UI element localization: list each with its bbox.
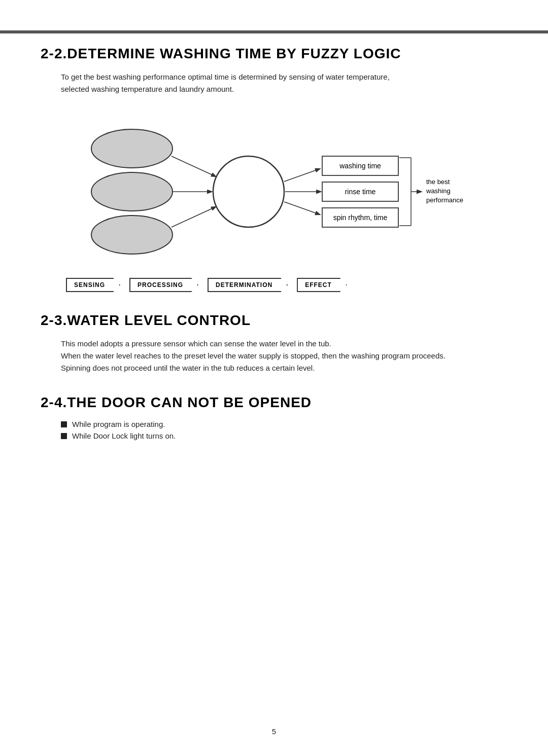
section-23-body: This model adopts a pressure sensor whic…: [61, 338, 507, 374]
section-23-line-1: This model adopts a pressure sensor whic…: [61, 338, 507, 350]
section-22-body: To get the best washing performance opti…: [61, 71, 507, 95]
best-washing-label2: washing: [426, 187, 451, 195]
arrow-top: [172, 156, 216, 176]
page-number: 5: [272, 727, 276, 736]
stage-processing: PROCESSING: [129, 278, 198, 292]
stage-determination: DETERMINATION: [208, 278, 288, 292]
arrow-out-top: [284, 169, 320, 182]
section-24-bullets: While program is operating. While Door L…: [41, 420, 507, 440]
bullet-text-2: While Door Lock light turns on.: [72, 431, 176, 440]
spin-time-label: spin rhythm, time: [333, 213, 388, 222]
rinse-time-label: rinse time: [345, 188, 376, 196]
bullet-square-1: [61, 421, 67, 427]
section-22-text: To get the best washing performance opti…: [61, 73, 390, 93]
washing-time-label: washing time: [339, 162, 381, 170]
bullet-item-1: While program is operating.: [61, 420, 507, 428]
arrow-bottom: [172, 207, 216, 227]
section-23-line-3: Spinning does not proceed until the wate…: [61, 362, 507, 374]
fuzzy-logic-diagram: washing time rinse time spin rhythm, tim…: [66, 111, 482, 273]
bullet-square-2: [61, 433, 67, 439]
arrow-out-bottom: [284, 202, 320, 214]
stages-row: SENSING PROCESSING DETERMINATION EFFECT: [66, 278, 482, 292]
processing-circle: [213, 156, 284, 227]
best-washing-label3: performance: [426, 196, 463, 204]
top-border: [0, 30, 548, 33]
stage-sensing: SENSING: [66, 278, 120, 292]
input-ellipse-bottom: [91, 215, 173, 254]
bullet-text-1: While program is operating.: [72, 420, 165, 428]
best-washing-label: the best: [426, 178, 450, 186]
section-23-title: 2-3.WATER LEVEL CONTROL: [41, 312, 507, 329]
section-23-line-2: When the water level reaches to the pres…: [61, 350, 507, 362]
input-ellipse-middle: [91, 172, 173, 211]
stage-effect: EFFECT: [297, 278, 347, 292]
bullet-item-2: While Door Lock light turns on.: [61, 431, 507, 440]
section-24: 2-4.THE DOOR CAN NOT BE OPENED While pro…: [41, 394, 507, 440]
section-23: 2-3.WATER LEVEL CONTROL This model adopt…: [41, 312, 507, 374]
section-24-title: 2-4.THE DOOR CAN NOT BE OPENED: [41, 394, 507, 411]
input-ellipse-top: [91, 129, 173, 168]
section-22-title: 2-2.DETERMINE WASHING TIME BY FUZZY LOGI…: [41, 46, 507, 62]
